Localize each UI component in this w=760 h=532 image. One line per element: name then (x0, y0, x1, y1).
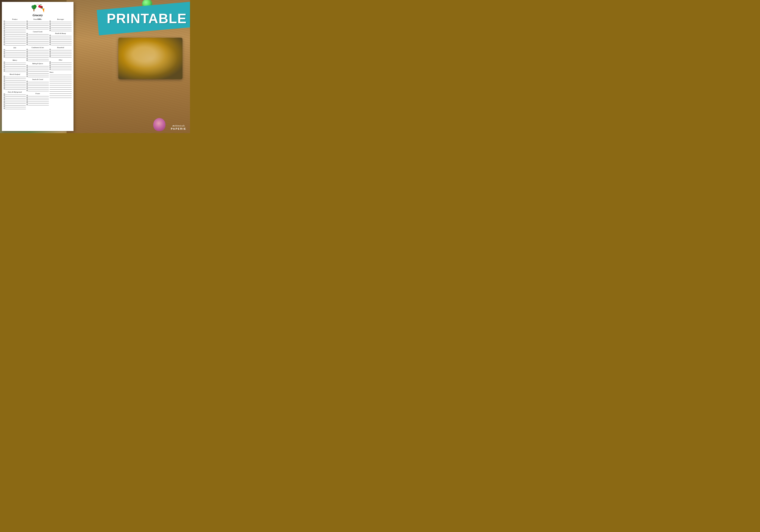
checkbox[interactable] (26, 72, 28, 73)
checkbox[interactable] (26, 88, 28, 89)
checkbox[interactable] (50, 28, 51, 29)
checkbox[interactable] (4, 81, 5, 82)
checkbox[interactable] (26, 40, 28, 41)
checkbox[interactable] (4, 56, 5, 58)
checkbox[interactable] (26, 56, 28, 57)
checkbox[interactable] (50, 42, 51, 43)
checkbox[interactable] (26, 101, 28, 102)
checkbox[interactable] (4, 24, 5, 25)
checkbox[interactable] (4, 21, 5, 22)
checkbox[interactable] (4, 102, 5, 104)
checkbox[interactable] (4, 86, 5, 88)
checkbox[interactable] (50, 30, 51, 31)
checkbox[interactable] (26, 83, 28, 84)
checkbox[interactable] (4, 69, 5, 70)
checkbox[interactable] (26, 102, 28, 103)
checkbox[interactable] (4, 51, 5, 52)
checkbox[interactable] (50, 24, 51, 25)
checkbox[interactable] (4, 28, 5, 29)
checkbox[interactable] (4, 63, 5, 65)
checkbox[interactable] (4, 42, 5, 43)
checkbox[interactable] (4, 93, 5, 95)
checkbox[interactable] (4, 35, 5, 36)
checkbox[interactable] (50, 40, 51, 41)
checkbox[interactable] (4, 95, 5, 96)
checkbox[interactable] (4, 62, 5, 63)
checkbox[interactable] (4, 108, 5, 109)
checkbox[interactable] (50, 62, 51, 63)
checkbox[interactable] (4, 97, 5, 98)
checkbox[interactable] (4, 30, 5, 31)
checkbox[interactable] (26, 84, 28, 86)
checkbox[interactable] (26, 97, 28, 98)
checkbox[interactable] (26, 69, 28, 70)
checkbox[interactable] (50, 65, 51, 66)
checkbox[interactable] (26, 70, 28, 72)
checkbox[interactable] (50, 23, 51, 24)
checkbox[interactable] (26, 49, 28, 50)
checkbox[interactable] (26, 81, 28, 82)
checkbox[interactable] (26, 42, 28, 43)
checkbox[interactable] (4, 99, 5, 100)
checkbox[interactable] (50, 44, 51, 45)
checkbox[interactable] (4, 67, 5, 68)
checkbox[interactable] (4, 55, 5, 56)
checkbox[interactable] (4, 83, 5, 84)
checkbox[interactable] (26, 99, 28, 100)
checkbox[interactable] (50, 21, 51, 22)
checkbox[interactable] (50, 26, 51, 27)
checkbox[interactable] (26, 51, 28, 52)
checkbox[interactable] (50, 67, 51, 68)
checkbox[interactable] (26, 33, 28, 34)
checkbox[interactable] (26, 74, 28, 75)
checkbox[interactable] (26, 26, 28, 27)
checkbox[interactable] (50, 53, 51, 54)
checkbox[interactable] (50, 49, 51, 50)
checkbox[interactable] (4, 40, 5, 42)
checkbox[interactable] (26, 35, 28, 36)
checkbox[interactable] (4, 106, 5, 107)
checkbox[interactable] (26, 95, 28, 96)
checkbox[interactable] (4, 65, 5, 66)
checkbox[interactable] (4, 88, 5, 89)
checkbox[interactable] (50, 35, 51, 36)
checkbox[interactable] (50, 63, 51, 64)
checkbox[interactable] (26, 37, 28, 38)
checkbox[interactable] (4, 37, 5, 38)
checkbox[interactable] (26, 104, 28, 105)
checkbox[interactable] (50, 37, 51, 38)
checkbox[interactable] (26, 90, 28, 91)
checkbox[interactable] (50, 38, 51, 40)
checkbox[interactable] (4, 104, 5, 105)
checkbox[interactable] (26, 38, 28, 40)
checkbox[interactable] (4, 44, 5, 45)
checkbox[interactable] (4, 49, 5, 50)
checkbox[interactable] (4, 71, 5, 72)
checkbox[interactable] (4, 79, 5, 80)
checkbox[interactable] (4, 33, 5, 34)
checkbox[interactable] (4, 26, 5, 27)
checkbox[interactable] (26, 24, 28, 25)
checkbox[interactable] (26, 21, 28, 22)
checkbox[interactable] (4, 77, 5, 78)
checkbox[interactable] (50, 69, 51, 70)
checkbox[interactable] (4, 76, 5, 77)
checkbox[interactable] (26, 60, 28, 61)
checkbox[interactable] (4, 53, 5, 54)
checkbox[interactable] (4, 31, 5, 33)
checkbox[interactable] (26, 76, 28, 77)
checkbox[interactable] (4, 85, 5, 86)
checkbox[interactable] (26, 23, 28, 24)
checkbox[interactable] (26, 53, 28, 54)
checkbox[interactable] (4, 39, 5, 40)
checkbox[interactable] (26, 58, 28, 59)
checkbox[interactable] (26, 86, 28, 87)
checkbox[interactable] (4, 23, 5, 24)
checkbox[interactable] (26, 28, 28, 29)
checkbox[interactable] (26, 67, 28, 68)
checkbox[interactable] (50, 56, 51, 57)
checkbox[interactable] (26, 65, 28, 66)
checkbox[interactable] (26, 44, 28, 45)
checkbox[interactable] (4, 101, 5, 102)
checkbox[interactable] (50, 51, 51, 52)
